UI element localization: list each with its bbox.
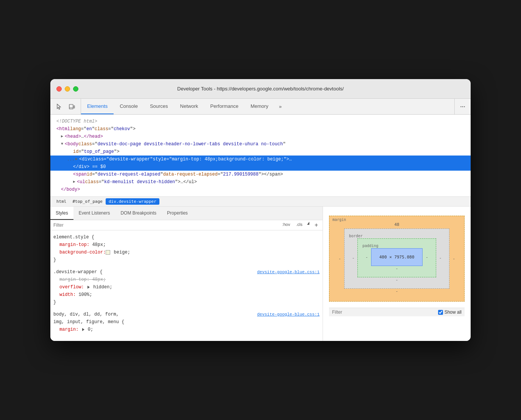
css-source-2[interactable]: devsite-google-blue.css:1 xyxy=(257,311,320,318)
tab-console[interactable]: Console xyxy=(114,99,144,114)
lower-panel: Styles Event Listeners DOM Breakpoints P… xyxy=(50,207,471,341)
devtools-tabs: Elements Console Sources Network Perform… xyxy=(81,99,454,114)
margin-bottom: - xyxy=(335,289,458,294)
margin-triangle-icon xyxy=(82,328,84,331)
css-selector-body: devsite-google-blue.css:1 body, div, dl,… xyxy=(53,311,320,318)
triangle-right-ul-icon: ▶ xyxy=(73,178,75,186)
padding-left: - xyxy=(362,255,371,260)
tab-elements[interactable]: Elements xyxy=(81,99,114,114)
breadcrumb-bar: html #top_of_page div.devsite-wrapper xyxy=(50,197,471,207)
svg-point-3 xyxy=(460,106,461,107)
dom-line-doctype[interactable]: <!DOCTYPE html> xyxy=(50,118,471,125)
tab-styles[interactable]: Styles xyxy=(50,207,73,220)
overflow-triangle-icon xyxy=(87,286,90,289)
tab-sources[interactable]: Sources xyxy=(144,99,174,114)
dom-line-html[interactable]: <html lang="en" class="chekov"> xyxy=(50,125,471,133)
padding-label: padding xyxy=(362,244,378,248)
filter-input[interactable] xyxy=(53,222,281,228)
cls-badge[interactable]: .cls xyxy=(295,222,304,229)
css-prop-overflow[interactable]: overflow: hidden; xyxy=(53,283,320,291)
border-bottom: - xyxy=(349,277,445,282)
dom-line-div-selected[interactable]: ... ▶<div class="devsite-wrapper" style=… xyxy=(50,156,471,163)
svg-rect-0 xyxy=(69,104,73,109)
styles-panel: Styles Event Listeners DOM Breakpoints P… xyxy=(50,207,323,341)
css-prop-bg-color[interactable]: background-color: beige; xyxy=(53,249,320,256)
close-button[interactable] xyxy=(56,86,62,92)
css-close-brace-1: } xyxy=(53,256,320,264)
box-border: border - padding - xyxy=(344,229,450,289)
border-label: border xyxy=(349,234,363,238)
traffic-lights xyxy=(56,86,78,92)
dom-line-ul[interactable]: ▶<ul class="kd-menulist devsite-hidden">… xyxy=(50,178,471,186)
tab-dom-breakpoints[interactable]: DOM Breakpoints xyxy=(115,207,162,220)
margin-label: margin xyxy=(332,218,346,222)
filter-bar: :hov .cls + xyxy=(50,220,323,230)
box-margin: margin 48 - border - xyxy=(329,216,465,302)
dom-line-body-open[interactable]: ▼<body class="devsite-doc-page devsite-h… xyxy=(50,140,471,148)
padding-sides: - 400 × 7975.080 xyxy=(362,248,431,266)
margin-right: - xyxy=(449,256,458,261)
css-prop-width[interactable]: width: 100%; xyxy=(53,291,320,299)
show-all-checkbox[interactable] xyxy=(438,310,443,315)
more-tabs-button[interactable]: » xyxy=(275,99,286,114)
css-prop-margin-body[interactable]: margin: 0; xyxy=(53,326,320,333)
window-title: Developer Tools - https://developers.goo… xyxy=(177,86,344,92)
css-prop-margin-top-2[interactable]: margin-top: 48px; xyxy=(53,276,320,283)
margin-sides: - border - xyxy=(335,229,458,289)
padding-right: - xyxy=(423,255,431,260)
triangle-right-icon: ▶ xyxy=(75,156,78,163)
panel-tabs: Styles Event Listeners DOM Breakpoints P… xyxy=(50,207,323,220)
maximize-button[interactable] xyxy=(73,86,78,92)
padding-bottom: - xyxy=(362,266,431,271)
margin-value-top: 48 xyxy=(335,222,458,227)
inspect-element-icon[interactable] xyxy=(55,103,63,111)
content-dimensions: 400 × 7975.080 xyxy=(379,255,415,260)
breadcrumb-html[interactable]: html xyxy=(53,198,70,205)
devtools-menu-button[interactable] xyxy=(454,99,471,114)
css-close-brace-2: } xyxy=(53,299,320,306)
box-model-panel: margin 48 - border - xyxy=(323,207,471,341)
hov-badge[interactable]: :hov xyxy=(281,222,292,229)
dom-line-head[interactable]: ▶<head>…</head> xyxy=(50,133,471,140)
dom-line-body-close[interactable]: </body> xyxy=(50,186,471,193)
tab-event-listeners[interactable]: Event Listeners xyxy=(73,207,115,220)
svg-point-5 xyxy=(464,106,465,107)
titlebar: Developer Tools - https://developers.goo… xyxy=(50,79,471,99)
computed-filter-bar: Show all xyxy=(329,308,465,316)
toolbar-icons-group xyxy=(50,99,81,114)
box-model-visualization: margin 48 - border - xyxy=(329,216,465,302)
tab-performance[interactable]: Performance xyxy=(204,99,244,114)
box-padding-wrapper: padding - 400 × 7975.080 xyxy=(357,238,436,277)
css-selector-element-style: element.style { xyxy=(53,233,320,241)
css-source-1[interactable]: devsite-google-blue.css:1 xyxy=(257,268,320,276)
computed-filter-input[interactable] xyxy=(332,310,438,315)
css-selector-devsite-wrapper: devsite-google-blue.css:1 .devsite-wrapp… xyxy=(53,268,320,276)
dom-panel: <!DOCTYPE html> <html lang="en" class="c… xyxy=(50,115,471,197)
breadcrumb-div-wrapper[interactable]: div.devsite-wrapper xyxy=(106,198,159,205)
css-selector-body-2: img, input, figure, menu { xyxy=(53,318,320,326)
css-rule-body-selectors: devsite-google-blue.css:1 body, div, dl,… xyxy=(53,311,320,333)
devtools-window: Developer Tools - https://developers.goo… xyxy=(50,79,471,341)
devtools-main-content: <!DOCTYPE html> <html lang="en" class="c… xyxy=(50,115,471,341)
css-rule-devsite-wrapper: devsite-google-blue.css:1 .devsite-wrapp… xyxy=(53,268,320,306)
tab-properties[interactable]: Properties xyxy=(162,207,193,220)
style-corner-icon xyxy=(307,222,309,225)
svg-rect-1 xyxy=(74,106,75,108)
tab-memory[interactable]: Memory xyxy=(245,99,275,114)
box-padding: padding - 400 × 7975.080 xyxy=(357,238,436,277)
dom-line-span[interactable]: <span id="devsite-request-elapsed" data-… xyxy=(50,171,471,178)
css-rule-element-style: element.style { margin-top: 48px; backgr… xyxy=(53,233,320,264)
dom-line-body-id[interactable]: id="top_of_page"> xyxy=(50,148,471,156)
breadcrumb-top-of-page[interactable]: #top_of_page xyxy=(70,198,106,205)
add-style-button[interactable]: + xyxy=(313,222,320,229)
border-dash: - xyxy=(349,255,358,260)
device-toolbar-icon[interactable] xyxy=(68,103,76,111)
dom-line-div-close[interactable]: </div> == $0 xyxy=(50,163,471,171)
svg-point-4 xyxy=(462,106,463,107)
devtools-toolbar: Elements Console Sources Network Perform… xyxy=(50,99,471,115)
css-prop-margin-top[interactable]: margin-top: 48px; xyxy=(53,241,320,249)
tab-network[interactable]: Network xyxy=(174,99,204,114)
margin-left: - xyxy=(335,256,344,261)
box-content-wrapper: 400 × 7975.080 xyxy=(371,248,423,266)
minimize-button[interactable] xyxy=(65,86,70,92)
